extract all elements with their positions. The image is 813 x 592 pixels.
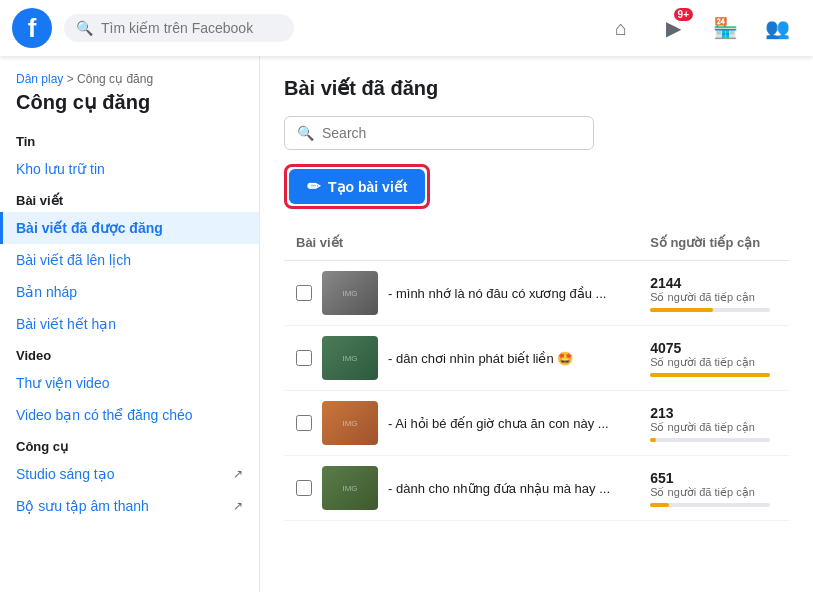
store-icon: 🏪 (713, 16, 738, 40)
sidebar-item-bai-viet-da-len-lich[interactable]: Bài viết đã lên lịch (0, 244, 259, 276)
page-title: Bài viết đã đăng (284, 76, 789, 100)
facebook-logo: f (12, 8, 52, 48)
post-text: - Ai hỏi bé đến giờ chưa ăn con này ... (388, 416, 609, 431)
section-title-video: Video (0, 340, 259, 367)
post-cell: IMG - dành cho những đứa nhậu mà hay ... (284, 456, 638, 521)
reach-label: Số người đã tiếp cận (650, 486, 777, 499)
sidebar-item-kho-luu-tru-tin[interactable]: Kho lưu trữ tin (0, 153, 259, 185)
row-checkbox[interactable] (296, 415, 312, 431)
people-icon: 👥 (765, 16, 790, 40)
reach-cell: 651 Số người đã tiếp cận (638, 456, 789, 521)
breadcrumb: Dân play > Công cụ đăng (0, 72, 259, 90)
sidebar-item-bai-viet-da-duoc-dang[interactable]: Bài viết đã được đăng (0, 212, 259, 244)
global-search[interactable]: 🔍 (64, 14, 294, 42)
row-checkbox[interactable] (296, 480, 312, 496)
store-nav-button[interactable]: 🏪 (701, 4, 749, 52)
create-post-button[interactable]: ✏ Tạo bài viết (289, 169, 425, 204)
sidebar-item-bo-suu-tap-am-thanh[interactable]: Bộ sưu tập âm thanh ↗ (0, 490, 259, 522)
reach-label: Số người đã tiếp cận (650, 356, 777, 369)
reach-label: Số người đã tiếp cận (650, 421, 777, 434)
reach-bar (650, 503, 669, 507)
section-title-bai-viet: Bài viết (0, 185, 259, 212)
sidebar-item-ban-nhap[interactable]: Bản nháp (0, 276, 259, 308)
post-cell: IMG - dân chơi nhìn phát biết liền 🤩 (284, 326, 638, 391)
reach-bar-wrapper (650, 503, 770, 507)
search-icon: 🔍 (76, 20, 93, 36)
reach-bar (650, 308, 712, 312)
external-link-icon-2: ↗ (233, 499, 243, 513)
reach-label: Số người đã tiếp cận (650, 291, 777, 304)
sidebar-item-thu-vien-video[interactable]: Thư viện video (0, 367, 259, 399)
breadcrumb-link[interactable]: Dân play (16, 72, 63, 86)
sidebar-item-audio-label: Bộ sưu tập âm thanh (16, 498, 149, 514)
reach-count: 2144 (650, 275, 777, 291)
sidebar-item-studio-label: Studio sáng tạo (16, 466, 115, 482)
post-thumbnail: IMG (322, 271, 378, 315)
section-title-tin: Tin (0, 126, 259, 153)
reach-count: 213 (650, 405, 777, 421)
breadcrumb-separator: > Công cụ đăng (67, 72, 153, 86)
reach-cell: 4075 Số người đã tiếp cận (638, 326, 789, 391)
reach-cell: 2144 Số người đã tiếp cận (638, 261, 789, 326)
post-text: - dành cho những đứa nhậu mà hay ... (388, 481, 610, 496)
posts-table: Bài viết Số người tiếp cận IMG - mình nh… (284, 225, 789, 521)
reach-bar-wrapper (650, 308, 770, 312)
reach-cell: 213 Số người đã tiếp cận (638, 391, 789, 456)
sidebar-item-video-dang-cheo[interactable]: Video bạn có thể đăng chéo (0, 399, 259, 431)
sidebar: Dân play > Công cụ đăng Công cụ đăng Tin… (0, 56, 260, 592)
create-button-label: Tạo bài viết (328, 179, 407, 195)
reach-bar (650, 373, 770, 377)
row-checkbox[interactable] (296, 285, 312, 301)
table-row: IMG - dành cho những đứa nhậu mà hay ...… (284, 456, 789, 521)
posts-search[interactable]: 🔍 (284, 116, 594, 150)
col-header-reach: Số người tiếp cận (638, 225, 789, 261)
reach-bar-wrapper (650, 438, 770, 442)
nav-icons-group: ⌂ ▶ 9+ 🏪 👥 (597, 4, 801, 52)
post-cell: IMG - mình nhớ là nó đâu có xương đầu ..… (284, 261, 638, 326)
video-badge: 9+ (674, 8, 693, 21)
reach-count: 651 (650, 470, 777, 486)
post-text: - mình nhớ là nó đâu có xương đầu ... (388, 286, 606, 301)
create-button-wrapper: ✏ Tạo bài viết (284, 164, 430, 209)
post-thumbnail: IMG (322, 466, 378, 510)
search-icon: 🔍 (297, 125, 314, 141)
top-navigation: f 🔍 ⌂ ▶ 9+ 🏪 👥 (0, 0, 813, 56)
sidebar-item-studio-sang-tao[interactable]: Studio sáng tạo ↗ (0, 458, 259, 490)
post-thumbnail: IMG (322, 401, 378, 445)
table-row: IMG - dân chơi nhìn phát biết liền 🤩 407… (284, 326, 789, 391)
app-layout: Dân play > Công cụ đăng Công cụ đăng Tin… (0, 56, 813, 592)
edit-icon: ✏ (307, 177, 320, 196)
posts-search-input[interactable] (322, 125, 581, 141)
reach-count: 4075 (650, 340, 777, 356)
main-content: Bài viết đã đăng 🔍 ✏ Tạo bài viết Bài vi… (260, 56, 813, 592)
reach-bar-wrapper (650, 373, 770, 377)
post-text: - dân chơi nhìn phát biết liền 🤩 (388, 351, 573, 366)
table-row: IMG - Ai hỏi bé đến giờ chưa ăn con này … (284, 391, 789, 456)
col-header-post: Bài viết (284, 225, 638, 261)
reach-bar (650, 438, 656, 442)
table-row: IMG - mình nhớ là nó đâu có xương đầu ..… (284, 261, 789, 326)
home-icon: ⌂ (615, 17, 627, 40)
post-cell: IMG - Ai hỏi bé đến giờ chưa ăn con này … (284, 391, 638, 456)
global-search-input[interactable] (101, 20, 282, 36)
external-link-icon: ↗ (233, 467, 243, 481)
sidebar-title: Công cụ đăng (0, 90, 259, 126)
people-nav-button[interactable]: 👥 (753, 4, 801, 52)
home-nav-button[interactable]: ⌂ (597, 4, 645, 52)
video-nav-button[interactable]: ▶ 9+ (649, 4, 697, 52)
sidebar-item-bai-viet-het-han[interactable]: Bài viết hết hạn (0, 308, 259, 340)
post-thumbnail: IMG (322, 336, 378, 380)
row-checkbox[interactable] (296, 350, 312, 366)
section-title-cong-cu: Công cụ (0, 431, 259, 458)
